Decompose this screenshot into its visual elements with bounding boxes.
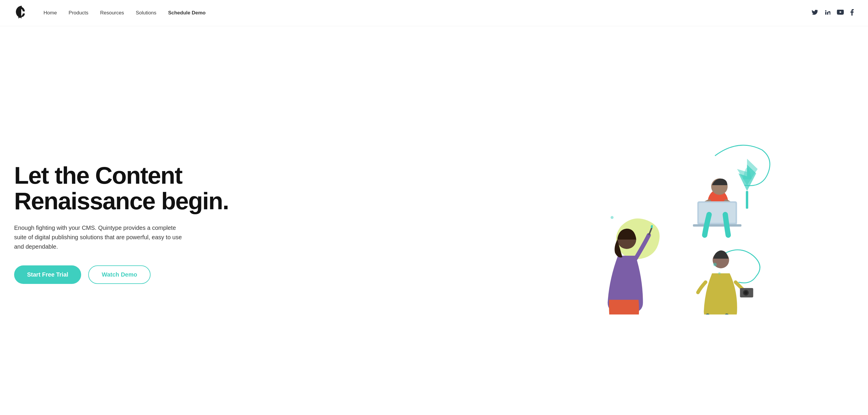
facebook-icon[interactable] bbox=[850, 9, 854, 17]
start-free-trial-button[interactable]: Start Free Trial bbox=[14, 265, 81, 284]
logo[interactable] bbox=[14, 5, 29, 21]
youtube-icon[interactable] bbox=[837, 10, 844, 17]
hero-section: Let the Content Renaissance begin. Enoug… bbox=[0, 26, 868, 415]
hero-subtitle: Enough fighting with your CMS. Quintype … bbox=[14, 223, 185, 251]
social-icons bbox=[811, 9, 854, 17]
hero-illustration bbox=[476, 132, 854, 315]
svg-point-16 bbox=[713, 263, 717, 266]
hero-content: Let the Content Renaissance begin. Enoug… bbox=[14, 163, 476, 284]
svg-point-17 bbox=[718, 272, 720, 275]
svg-point-13 bbox=[744, 291, 747, 294]
nav-products[interactable]: Products bbox=[68, 10, 88, 16]
svg-rect-0 bbox=[746, 191, 748, 209]
nav-schedule-demo[interactable]: Schedule Demo bbox=[168, 10, 206, 16]
nav-resources[interactable]: Resources bbox=[100, 10, 124, 16]
twitter-icon[interactable] bbox=[811, 10, 818, 17]
svg-point-18 bbox=[611, 216, 613, 219]
nav-home[interactable]: Home bbox=[43, 10, 57, 16]
navbar: Home Products Resources Solutions Schedu… bbox=[0, 0, 868, 26]
hero-title-line1: Let the Content bbox=[14, 162, 182, 189]
hero-buttons: Start Free Trial Watch Demo bbox=[14, 265, 464, 284]
hero-title-line2: Renaissance begin. bbox=[14, 188, 229, 214]
svg-rect-4 bbox=[699, 203, 735, 223]
hero-title: Let the Content Renaissance begin. bbox=[14, 163, 464, 213]
nav-links: Home Products Resources Solutions Schedu… bbox=[43, 10, 811, 16]
watch-demo-button[interactable]: Watch Demo bbox=[88, 265, 151, 284]
svg-rect-5 bbox=[693, 224, 741, 227]
nav-solutions[interactable]: Solutions bbox=[136, 10, 156, 16]
linkedin-icon[interactable] bbox=[825, 9, 830, 17]
